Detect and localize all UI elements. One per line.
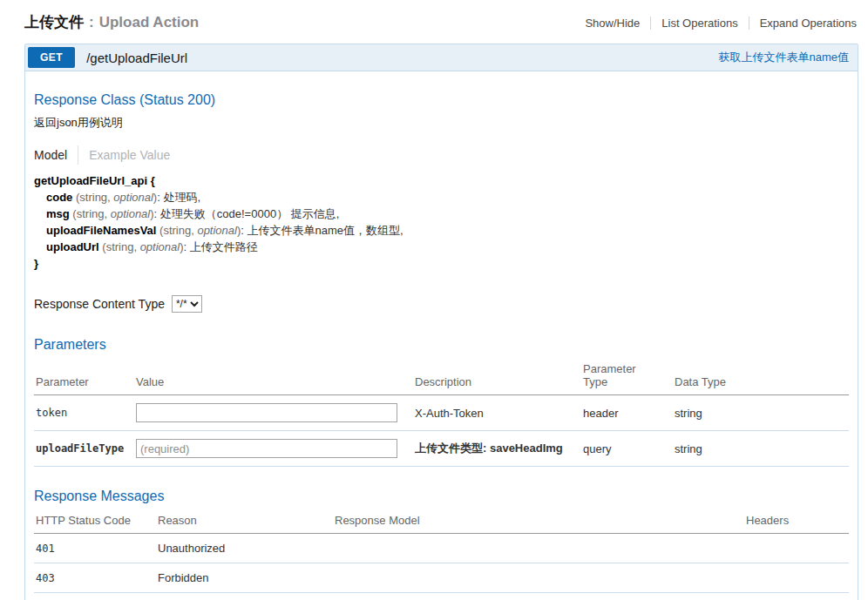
parameters-header-row: Parameter Value Description Parameter Ty…: [34, 357, 849, 395]
col-parameter: Parameter: [34, 357, 134, 395]
param-description: 上传文件类型: saveHeadImg: [413, 431, 581, 467]
col-description: Description: [413, 357, 581, 395]
model-property: uploadUrl (string, optional): 上传文件路径: [34, 239, 849, 255]
model-tabs: Model Example Value: [34, 145, 849, 165]
title-separator: :: [89, 14, 94, 30]
operation-get-getUploadFileUrl: GET /getUploadFileUrl 获取上传文件表单name值 Resp…: [24, 44, 858, 600]
param-description: X-Auth-Token: [413, 395, 581, 431]
model-signature: getUploadFileUrl_api { code (string, opt…: [34, 172, 849, 272]
param-value-input[interactable]: [136, 403, 397, 422]
status-code: 403: [34, 563, 156, 593]
reason: Not Found: [156, 593, 333, 600]
response-content-type-select[interactable]: */*: [172, 295, 202, 313]
col-headers: Headers: [744, 509, 849, 534]
reason: Unauthorized: [156, 534, 333, 563]
col-response-model: Response Model: [333, 509, 744, 534]
status-code: 404: [34, 593, 156, 600]
nav-link-expand-operations[interactable]: Expand Operations: [749, 17, 858, 30]
operation-header[interactable]: GET /getUploadFileUrl 获取上传文件表单name值: [25, 44, 858, 71]
response-messages-header-row: HTTP Status Code Reason Response Model H…: [34, 509, 849, 534]
status-code: 401: [34, 534, 156, 563]
parameters-heading: Parameters: [34, 337, 849, 353]
headers: [744, 593, 849, 600]
response-message-row: 404 Not Found: [34, 593, 849, 600]
headers: [744, 563, 849, 593]
col-parameter-type: Parameter Type: [581, 357, 673, 395]
response-class-description: 返回json用例说明: [34, 115, 849, 131]
response-message-row: 403 Forbidden: [34, 563, 849, 593]
response-messages-table: HTTP Status Code Reason Response Model H…: [34, 509, 849, 600]
param-name: uploadFileType: [34, 431, 134, 467]
page-title: 上传文件:Upload Action: [24, 12, 199, 32]
topbar: 上传文件:Upload Action Show/Hide List Operat…: [24, 12, 858, 32]
param-data-type: string: [673, 395, 849, 431]
param-type: query: [581, 431, 673, 467]
operation-path-link[interactable]: /getUploadFileUrl: [86, 51, 187, 65]
col-data-type: Data Type: [673, 357, 849, 395]
param-value-input[interactable]: [136, 439, 397, 458]
response-model: [333, 563, 744, 593]
tab-model[interactable]: Model: [34, 145, 78, 165]
parameter-row: uploadFileType 上传文件类型: saveHeadImg query…: [34, 431, 849, 467]
reason: Forbidden: [156, 563, 333, 593]
response-content-type-label: Response Content Type: [34, 297, 165, 311]
parameter-row: token X-Auth-Token header string: [34, 395, 849, 431]
param-type: header: [581, 395, 673, 431]
headers: [744, 534, 849, 563]
resource-title-zh: 上传文件: [24, 14, 84, 30]
nav-link-show-hide[interactable]: Show/Hide: [574, 17, 650, 30]
response-class-heading: Response Class (Status 200): [34, 92, 849, 108]
response-message-row: 401 Unauthorized: [34, 534, 849, 563]
model-property: uploadFileNamesVal (string, optional): 上…: [34, 222, 849, 239]
response-model: [333, 593, 744, 600]
model-name: getUploadFileUrl_api {: [34, 172, 849, 189]
col-reason: Reason: [156, 509, 333, 534]
response-model: [333, 534, 744, 563]
model-property: msg (string, optional): 处理失败（code!=0000）…: [34, 206, 849, 222]
model-close-brace: }: [34, 255, 849, 272]
resource-title-en: Upload Action: [99, 14, 200, 30]
col-value: Value: [134, 357, 413, 395]
swagger-page: 上传文件:Upload Action Show/Hide List Operat…: [0, 0, 868, 600]
model-property: code (string, optional): 处理码,: [34, 189, 849, 206]
nav-link-list-operations[interactable]: List Operations: [650, 17, 748, 30]
response-content-type-row: Response Content Type */*: [34, 295, 849, 313]
operation-content: Response Class (Status 200) 返回json用例说明 M…: [25, 71, 858, 600]
param-name: token: [34, 395, 134, 431]
response-messages-heading: Response Messages: [34, 489, 849, 504]
operation-summary-link[interactable]: 获取上传文件表单name值: [718, 50, 849, 65]
tab-example-value[interactable]: Example Value: [78, 145, 180, 165]
parameters-table: Parameter Value Description Parameter Ty…: [34, 357, 849, 467]
col-http-status-code: HTTP Status Code: [34, 509, 156, 534]
param-data-type: string: [673, 431, 849, 467]
resource-options: Show/Hide List Operations Expand Operati…: [574, 17, 858, 30]
http-method-badge[interactable]: GET: [28, 47, 75, 68]
